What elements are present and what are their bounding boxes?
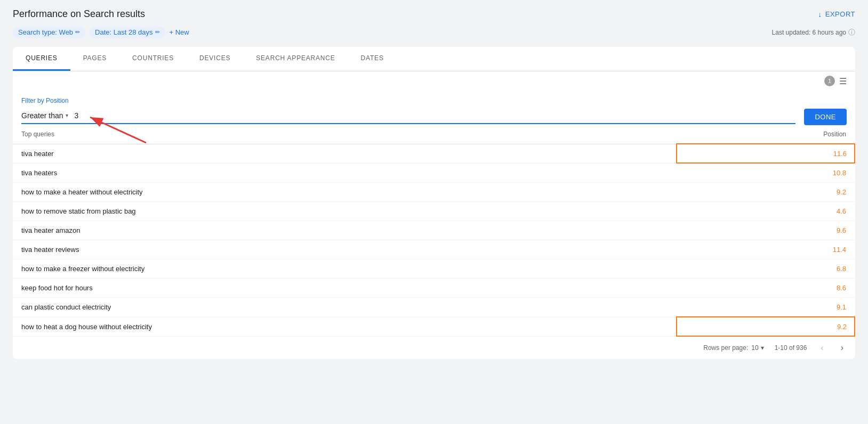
position-cell: 9.6 (677, 221, 855, 240)
done-button[interactable]: DONE (804, 109, 847, 125)
position-cell: 9.1 (677, 298, 855, 317)
edit-icon: ✏ (155, 29, 160, 36)
tab-pages[interactable]: PAGES (70, 47, 119, 71)
position-cell: 4.6 (677, 202, 855, 221)
date-filter[interactable]: Date: Last 28 days ✏ (90, 26, 165, 38)
rows-per-page-select[interactable]: 10 ▾ (751, 344, 763, 352)
query-cell: how to make a freezer without electricit… (13, 259, 677, 279)
chevron-down-icon: ▾ (66, 112, 68, 118)
toolbar: 1 ☰ (13, 71, 855, 91)
results-table: Top queries Position tiva heater11.6tiva… (13, 125, 855, 337)
next-page-button[interactable]: › (838, 342, 847, 354)
query-cell: how to remove static from plastic bag (13, 202, 677, 221)
query-cell: can plastic conduct electricity (13, 298, 677, 317)
table-row[interactable]: keep food hot for hours8.6 (13, 279, 855, 298)
query-cell: how to make a heater without electricity (13, 183, 677, 202)
rows-per-page: Rows per page: 10 ▾ (703, 344, 763, 352)
last-updated: Last updated: 6 hours ago ⓘ (772, 28, 855, 37)
table-row[interactable]: how to remove static from plastic bag4.6 (13, 202, 855, 221)
query-cell: tiva heaters (13, 163, 677, 183)
table-row[interactable]: tiva heater11.6 (13, 144, 855, 163)
pagination: Rows per page: 10 ▾ 1-10 of 936 ‹ › (13, 337, 855, 359)
query-cell: keep food hot for hours (13, 279, 677, 298)
col-query: Top queries (13, 125, 677, 144)
position-cell: 8.6 (677, 279, 855, 298)
tab-devices[interactable]: DEVICES (187, 47, 243, 71)
col-position: Position (677, 125, 855, 144)
new-filter-button[interactable]: + New (170, 28, 189, 36)
position-cell: 9.2 (677, 183, 855, 202)
filter-position-label: Filter by Position (21, 97, 69, 104)
chevron-down-icon: ▾ (761, 344, 764, 352)
export-button[interactable]: ↓ EXPORT (818, 10, 855, 19)
search-type-filter[interactable]: Search type: Web ✏ (13, 26, 85, 38)
filter-controls: Greater than ▾ (21, 110, 795, 124)
table-row[interactable]: tiva heater amazon9.6 (13, 221, 855, 240)
tab-queries[interactable]: QUERIES (13, 47, 70, 71)
table-row[interactable]: tiva heaters10.8 (13, 163, 855, 183)
page-info: 1-10 of 936 (775, 344, 807, 352)
query-cell: tiva heater reviews (13, 240, 677, 259)
query-cell: how to heat a dog house without electric… (13, 317, 677, 336)
table-row[interactable]: how to make a heater without electricity… (13, 183, 855, 202)
position-cell: 6.8 (677, 259, 855, 279)
filter-section: Filter by Position Greater than ▾ DONE (13, 91, 855, 125)
comparator-select[interactable]: Greater than ▾ (21, 111, 73, 120)
filter-badge: 1 (824, 76, 835, 86)
main-card: QUERIES PAGES COUNTRIES DEVICES SEARCH A… (13, 47, 855, 359)
page-title: Performance on Search results (13, 9, 145, 20)
position-cell: 9.2 (677, 317, 855, 336)
table-row[interactable]: can plastic conduct electricity9.1 (13, 298, 855, 317)
query-cell: tiva heater amazon (13, 221, 677, 240)
tab-bar: QUERIES PAGES COUNTRIES DEVICES SEARCH A… (13, 47, 855, 71)
table-row[interactable]: tiva heater reviews11.4 (13, 240, 855, 259)
position-cell: 11.6 (677, 144, 855, 163)
position-cell: 10.8 (677, 163, 855, 183)
filter-value-input[interactable] (73, 110, 796, 121)
query-cell: tiva heater (13, 144, 677, 163)
info-icon: ⓘ (848, 28, 855, 37)
edit-icon: ✏ (75, 29, 80, 36)
download-icon: ↓ (818, 10, 822, 19)
table-row[interactable]: how to make a freezer without electricit… (13, 259, 855, 279)
tab-dates[interactable]: DATES (348, 47, 397, 71)
tab-countries[interactable]: COUNTRIES (119, 47, 187, 71)
prev-page-button[interactable]: ‹ (817, 342, 826, 354)
tab-search-appearance[interactable]: SEARCH APPEARANCE (243, 47, 348, 71)
filter-icon[interactable]: ☰ (839, 76, 847, 86)
position-cell: 11.4 (677, 240, 855, 259)
table-row[interactable]: how to heat a dog house without electric… (13, 317, 855, 336)
